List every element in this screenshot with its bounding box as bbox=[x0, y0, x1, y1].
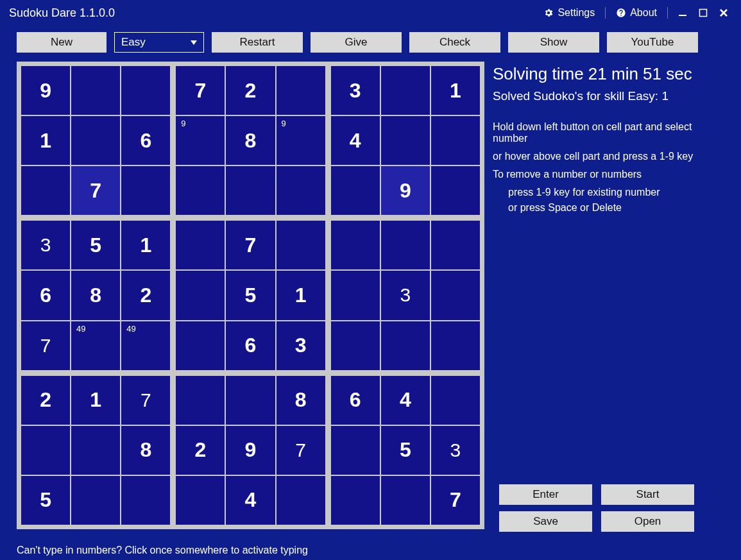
sudoku-cell[interactable]: 49 bbox=[71, 321, 120, 370]
sudoku-cell[interactable]: 5 bbox=[381, 426, 430, 475]
sudoku-cell[interactable]: 5 bbox=[226, 271, 275, 319]
sudoku-cell[interactable] bbox=[277, 221, 325, 269]
sudoku-cell[interactable]: 9 bbox=[176, 116, 225, 165]
sudoku-cell[interactable]: 8 bbox=[121, 426, 170, 475]
sudoku-cell[interactable] bbox=[381, 476, 430, 525]
sudoku-cell[interactable] bbox=[431, 271, 480, 319]
sudoku-cell[interactable] bbox=[226, 376, 275, 425]
sudoku-cell[interactable]: 1 bbox=[21, 116, 70, 165]
sudoku-cell[interactable] bbox=[176, 271, 225, 319]
sudoku-cell[interactable]: 1 bbox=[71, 376, 120, 425]
sudoku-cell[interactable]: 4 bbox=[381, 376, 430, 425]
open-button[interactable]: Open bbox=[601, 511, 694, 532]
maximize-button[interactable] bbox=[695, 4, 711, 21]
sudoku-cell[interactable] bbox=[71, 66, 120, 115]
sudoku-cell[interactable]: 7 bbox=[176, 66, 225, 115]
sudoku-cell[interactable] bbox=[176, 166, 225, 215]
sudoku-cell[interactable] bbox=[431, 376, 480, 425]
sudoku-cell[interactable] bbox=[176, 321, 225, 370]
sudoku-cell[interactable]: 3 bbox=[331, 66, 380, 115]
sudoku-cell[interactable] bbox=[176, 221, 225, 269]
sudoku-cell[interactable] bbox=[331, 166, 380, 215]
sudoku-cell[interactable]: 6 bbox=[21, 271, 70, 319]
sudoku-cell[interactable]: 6 bbox=[226, 321, 275, 370]
sudoku-cell[interactable]: 3 bbox=[381, 271, 430, 319]
start-button[interactable]: Start bbox=[601, 484, 694, 505]
sudoku-block: 64537 bbox=[330, 375, 481, 526]
about-link[interactable]: About bbox=[612, 6, 661, 20]
sudoku-cell[interactable]: 1 bbox=[431, 66, 480, 115]
sudoku-cell[interactable]: 7 bbox=[226, 221, 275, 269]
cell-value: 5 bbox=[71, 221, 120, 269]
sudoku-cell[interactable]: 2 bbox=[226, 66, 275, 115]
sudoku-cell[interactable] bbox=[331, 321, 380, 370]
sudoku-cell[interactable] bbox=[277, 476, 325, 525]
sudoku-cell[interactable]: 9 bbox=[277, 116, 325, 165]
sudoku-cell[interactable] bbox=[121, 166, 170, 215]
show-button[interactable]: Show bbox=[508, 32, 599, 53]
sudoku-cell[interactable]: 6 bbox=[331, 376, 380, 425]
sudoku-cell[interactable]: 3 bbox=[431, 426, 480, 475]
sudoku-cell[interactable]: 2 bbox=[176, 426, 225, 475]
sudoku-cell[interactable] bbox=[381, 321, 430, 370]
sudoku-cell[interactable] bbox=[431, 166, 480, 215]
give-button[interactable]: Give bbox=[311, 32, 402, 53]
sudoku-cell[interactable] bbox=[277, 66, 325, 115]
sudoku-cell[interactable] bbox=[71, 116, 120, 165]
sudoku-cell[interactable]: 7 bbox=[121, 376, 170, 425]
sudoku-cell[interactable]: 7 bbox=[21, 321, 70, 370]
svg-rect-1 bbox=[700, 10, 707, 17]
sudoku-cell[interactable]: 4 bbox=[226, 476, 275, 525]
sudoku-cell[interactable]: 1 bbox=[121, 221, 170, 269]
sudoku-cell[interactable]: 3 bbox=[21, 221, 70, 269]
sudoku-cell[interactable]: 7 bbox=[71, 166, 120, 215]
sudoku-cell[interactable]: 6 bbox=[121, 116, 170, 165]
sudoku-cell[interactable]: 2 bbox=[21, 376, 70, 425]
sudoku-cell[interactable]: 9 bbox=[226, 426, 275, 475]
youtube-button[interactable]: YouTube bbox=[607, 32, 698, 53]
sudoku-cell[interactable] bbox=[121, 66, 170, 115]
sudoku-cell[interactable] bbox=[381, 116, 430, 165]
sudoku-cell[interactable]: 7 bbox=[277, 426, 325, 475]
sudoku-cell[interactable] bbox=[71, 476, 120, 525]
sudoku-cell[interactable]: 3 bbox=[277, 321, 325, 370]
restart-button[interactable]: Restart bbox=[212, 32, 303, 53]
sudoku-cell[interactable]: 7 bbox=[431, 476, 480, 525]
sudoku-cell[interactable] bbox=[277, 166, 325, 215]
sudoku-cell[interactable]: 5 bbox=[21, 476, 70, 525]
sudoku-cell[interactable]: 9 bbox=[21, 66, 70, 115]
sudoku-cell[interactable]: 8 bbox=[71, 271, 120, 319]
sudoku-cell[interactable] bbox=[381, 66, 430, 115]
close-button[interactable] bbox=[715, 4, 732, 21]
sudoku-cell[interactable] bbox=[431, 221, 480, 269]
sudoku-cell[interactable] bbox=[21, 166, 70, 215]
settings-link[interactable]: Settings bbox=[540, 6, 599, 20]
check-button[interactable]: Check bbox=[409, 32, 500, 53]
sudoku-cell[interactable]: 8 bbox=[277, 376, 325, 425]
save-button[interactable]: Save bbox=[499, 511, 592, 532]
sudoku-cell[interactable]: 5 bbox=[71, 221, 120, 269]
sudoku-cell[interactable] bbox=[381, 221, 430, 269]
sudoku-cell[interactable] bbox=[331, 221, 380, 269]
sudoku-cell[interactable]: 1 bbox=[277, 271, 325, 319]
sudoku-cell[interactable]: 4 bbox=[331, 116, 380, 165]
sudoku-cell[interactable] bbox=[226, 166, 275, 215]
enter-button[interactable]: Enter bbox=[499, 484, 592, 505]
sudoku-cell[interactable] bbox=[176, 476, 225, 525]
sudoku-cell[interactable] bbox=[431, 321, 480, 370]
sudoku-cell[interactable]: 8 bbox=[226, 116, 275, 165]
sudoku-cell[interactable]: 2 bbox=[121, 271, 170, 319]
sudoku-cell[interactable] bbox=[331, 476, 380, 525]
sudoku-cell[interactable] bbox=[331, 426, 380, 475]
minimize-button[interactable] bbox=[674, 4, 691, 21]
sudoku-cell[interactable] bbox=[121, 476, 170, 525]
sudoku-cell[interactable] bbox=[71, 426, 120, 475]
sudoku-cell[interactable] bbox=[331, 271, 380, 319]
sudoku-cell[interactable] bbox=[176, 376, 225, 425]
sudoku-cell[interactable] bbox=[431, 116, 480, 165]
sudoku-cell[interactable]: 9 bbox=[381, 166, 430, 215]
new-button[interactable]: New bbox=[17, 32, 106, 53]
difficulty-select[interactable]: Easy bbox=[114, 32, 204, 53]
sudoku-cell[interactable]: 49 bbox=[121, 321, 170, 370]
sudoku-cell[interactable] bbox=[21, 426, 70, 475]
